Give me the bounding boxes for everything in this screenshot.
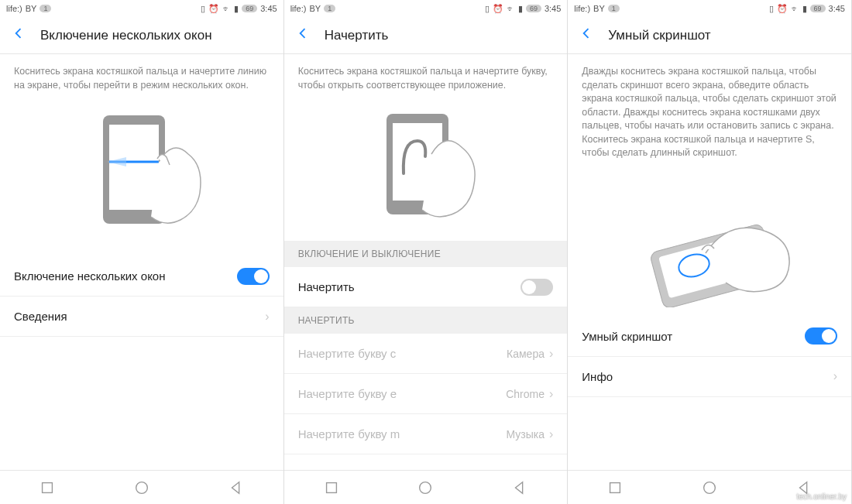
svg-rect-8 (326, 482, 336, 492)
row-label: Начертите букву c (298, 347, 397, 360)
recent-apps-button[interactable] (39, 479, 56, 496)
svg-rect-1 (109, 125, 159, 210)
home-button[interactable] (701, 479, 718, 496)
signal-icon: ▮ (802, 4, 807, 14)
time-label: 3:45 (260, 4, 277, 13)
screen-smartscreenshot: life:) BY 1 ▯ ⏰ ᯤ ▮ 69 3:45 Умный скринш… (568, 0, 852, 504)
signal-icon: ▮ (234, 4, 239, 14)
chevron-right-icon: › (265, 310, 269, 324)
section-header-toggle: ВКЛЮЧЕНИЕ И ВЫКЛЮЧЕНИЕ (284, 241, 568, 267)
carrier-label: life:) (6, 4, 22, 13)
home-button[interactable] (417, 479, 434, 496)
title-bar: Включение нескольких окон (0, 17, 283, 54)
svg-point-5 (136, 482, 147, 493)
smartscreenshot-toggle[interactable] (805, 327, 837, 345)
screen-draw: life:) BY 1 ▯ ⏰ ᯤ ▮ 69 3:45 Начертить Ко… (284, 0, 569, 504)
info-row[interactable]: Инфо › (568, 357, 851, 397)
wifi-icon: ᯤ (791, 4, 799, 13)
page-title: Начертить (325, 28, 389, 43)
draw-letter-m-row[interactable]: Начертите букву m Музыка› (284, 414, 568, 454)
row-label: Умный скриншот (582, 330, 672, 343)
svg-rect-4 (43, 482, 53, 492)
row-label: Начертить (298, 280, 355, 293)
signal-icon: ▮ (518, 4, 523, 14)
chevron-right-icon: › (549, 387, 553, 401)
title-bar: Начертить (284, 17, 568, 54)
wifi-icon: ᯤ (507, 4, 515, 13)
alarm-icon: ⏰ (208, 4, 219, 14)
vibrate-icon: ▯ (769, 4, 774, 14)
region-label: BY (26, 4, 37, 13)
recent-apps-button[interactable] (606, 479, 624, 496)
gesture-illustration (568, 171, 851, 317)
chevron-right-icon: › (549, 347, 553, 361)
row-label: Включение нескольких окон (14, 269, 165, 283)
smartscreenshot-toggle-row[interactable]: Умный скриншот (568, 317, 851, 357)
carrier-label: life:) (574, 4, 590, 13)
status-bar: life:) BY 1 ▯ ⏰ ᯤ ▮ 69 3:45 (0, 0, 283, 17)
row-label: Начертите букву m (298, 427, 400, 441)
multiwindow-toggle-row[interactable]: Включение нескольких окон (0, 256, 283, 297)
page-title: Включение нескольких окон (40, 28, 212, 43)
row-label: Инфо (582, 370, 613, 383)
draw-letter-e-row[interactable]: Начертите букву e Chrome› (284, 374, 568, 414)
battery-label: 69 (242, 5, 257, 12)
back-button[interactable] (295, 26, 311, 46)
chevron-right-icon: › (833, 369, 837, 383)
battery-label: 69 (810, 5, 826, 12)
wifi-icon: ᯤ (222, 4, 231, 13)
title-bar: Умный скриншот (568, 17, 851, 54)
description-text: Коснитесь экрана костяшкой пальца и наче… (284, 54, 568, 103)
status-bar: life:) BY 1 ▯ ⏰ ᯤ ▮ 69 3:45 (568, 0, 851, 17)
section-header-draw: НАЧЕРТИТЬ (284, 307, 568, 334)
time-label: 3:45 (545, 4, 561, 13)
svg-point-9 (420, 482, 431, 493)
vibrate-icon: ▯ (485, 4, 490, 14)
battery-label: 69 (526, 5, 541, 12)
recent-apps-button[interactable] (323, 479, 340, 496)
home-button[interactable] (133, 479, 150, 496)
row-value: Музыка (506, 428, 545, 441)
watermark: tech.onliner.by (796, 492, 847, 501)
gesture-illustration (284, 103, 568, 241)
multiwindow-toggle[interactable] (237, 268, 270, 285)
row-label: Начертите букву e (298, 387, 397, 400)
draw-toggle[interactable] (520, 279, 553, 296)
back-button[interactable] (579, 26, 594, 46)
carrier-label: life:) (290, 4, 307, 13)
alarm-icon: ⏰ (493, 4, 503, 14)
chevron-right-icon: › (549, 427, 553, 441)
svg-point-14 (704, 482, 716, 493)
row-value: Камера (507, 348, 545, 360)
status-bar: life:) BY 1 ▯ ⏰ ᯤ ▮ 69 3:45 (284, 0, 568, 17)
region-label: BY (309, 4, 321, 13)
details-row[interactable]: Сведения › (0, 297, 283, 337)
svg-rect-13 (610, 482, 620, 492)
draw-letter-c-row[interactable]: Начертите букву c Камера› (284, 334, 568, 374)
back-nav-button[interactable] (228, 479, 245, 496)
notif-badge: 1 (40, 5, 51, 12)
row-label: Сведения (14, 310, 67, 323)
description-text: Дважды коснитесь экрана костяшкой пальца… (568, 54, 851, 171)
description-text: Коснитесь экрана костяшкой пальца и наче… (0, 54, 283, 103)
gesture-illustration (0, 103, 283, 256)
back-nav-button[interactable] (511, 479, 528, 496)
page-title: Умный скриншот (608, 28, 710, 43)
nav-bar (0, 470, 283, 504)
screen-multiwindow: life:) BY 1 ▯ ⏰ ᯤ ▮ 69 3:45 Включение не… (0, 0, 284, 504)
nav-bar (284, 470, 568, 504)
alarm-icon: ⏰ (777, 4, 788, 14)
back-button[interactable] (11, 26, 26, 46)
vibrate-icon: ▯ (201, 4, 205, 14)
region-label: BY (593, 4, 605, 13)
notif-badge: 1 (324, 5, 335, 12)
draw-toggle-row[interactable]: Начертить (284, 267, 568, 307)
row-value: Chrome (506, 388, 545, 400)
notif-badge: 1 (608, 5, 620, 12)
time-label: 3:45 (829, 4, 845, 13)
